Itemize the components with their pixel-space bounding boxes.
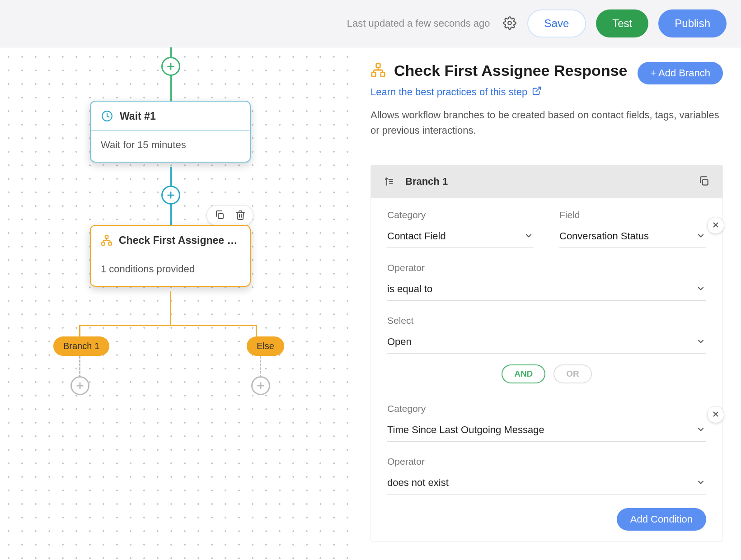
branch-name-label: Branch 1 bbox=[405, 176, 448, 187]
delete-node-button[interactable] bbox=[235, 210, 246, 222]
branch-node-header: Check First Assignee Re… bbox=[91, 226, 250, 255]
add-step-button-mid[interactable] bbox=[161, 186, 180, 205]
field-label: Field bbox=[559, 210, 706, 220]
category-dropdown[interactable]: Time Since Last Outgoing Message bbox=[387, 420, 706, 442]
add-step-button-top[interactable] bbox=[161, 57, 180, 76]
select-dropdown[interactable]: Open bbox=[387, 332, 706, 354]
field-dropdown[interactable]: Conversation Status bbox=[559, 227, 706, 248]
branch-fork-lines bbox=[79, 291, 257, 327]
plus-icon bbox=[256, 381, 266, 391]
divider bbox=[370, 152, 723, 152]
test-button[interactable]: Test bbox=[596, 9, 648, 37]
add-condition-row: Add Condition bbox=[371, 499, 722, 541]
and-chip[interactable]: AND bbox=[502, 364, 545, 383]
gear-icon bbox=[503, 16, 516, 31]
wait-node-title: Wait #1 bbox=[120, 110, 156, 122]
last-updated-text: Last updated a few seconds ago bbox=[347, 18, 490, 29]
step-config-panel: Check First Assignee Response Learn the … bbox=[352, 47, 741, 560]
chevron-down-icon bbox=[524, 231, 533, 243]
condition-1: Category Contact Field Field Conversatio… bbox=[371, 198, 722, 401]
select-value: Open bbox=[387, 336, 412, 347]
wait-node[interactable]: Wait #1 Wait for 15 minutes bbox=[90, 101, 251, 163]
operator-value: does not exist bbox=[387, 477, 449, 488]
chevron-down-icon bbox=[696, 478, 705, 490]
svg-line-17 bbox=[536, 87, 540, 92]
operator-label: Operator bbox=[387, 456, 706, 467]
add-condition-button[interactable]: Add Condition bbox=[617, 508, 706, 531]
select-label: Select bbox=[387, 315, 706, 326]
plus-icon bbox=[166, 190, 176, 200]
category-value: Contact Field bbox=[387, 230, 446, 242]
branch-icon bbox=[370, 62, 386, 79]
category-value: Time Since Last Outgoing Message bbox=[387, 424, 544, 435]
close-icon bbox=[712, 221, 720, 230]
settings-button[interactable] bbox=[502, 16, 517, 31]
plus-icon bbox=[166, 61, 176, 71]
wait-node-header: Wait #1 bbox=[91, 102, 250, 131]
learn-best-practices-link[interactable]: Learn the best practices of this step bbox=[370, 86, 542, 98]
panel-description: Allows workflow branches to be created b… bbox=[370, 107, 723, 138]
operator-dropdown[interactable]: is equal to bbox=[387, 280, 706, 301]
operator-dropdown[interactable]: does not exist bbox=[387, 473, 706, 495]
branch-icon bbox=[101, 234, 113, 247]
copy-icon bbox=[214, 210, 225, 222]
svg-rect-6 bbox=[218, 214, 223, 219]
close-icon bbox=[712, 410, 720, 420]
duplicate-branch-button[interactable] bbox=[698, 175, 710, 188]
plus-icon bbox=[75, 381, 85, 391]
node-floating-toolbar bbox=[206, 205, 253, 226]
operator-value: is equal to bbox=[387, 283, 432, 294]
panel-header: Check First Assignee Response Learn the … bbox=[370, 62, 723, 98]
wait-node-body: Wait for 15 minutes bbox=[91, 131, 250, 162]
field-value: Conversation Status bbox=[559, 230, 649, 242]
svg-point-0 bbox=[508, 21, 511, 25]
chevron-down-icon bbox=[696, 425, 705, 437]
svg-rect-21 bbox=[703, 179, 708, 185]
logic-operator-group: AND OR bbox=[387, 364, 706, 383]
learn-link-text: Learn the best practices of this step bbox=[370, 86, 527, 98]
operator-label: Operator bbox=[387, 262, 706, 273]
workflow-canvas[interactable]: Wait #1 Wait for 15 minutes bbox=[0, 47, 352, 560]
reorder-icon[interactable] bbox=[384, 176, 394, 187]
branch-pill-branch1[interactable]: Branch 1 bbox=[53, 336, 109, 356]
branch-node-title: Check First Assignee Re… bbox=[119, 234, 240, 247]
chevron-down-icon bbox=[696, 284, 705, 296]
panel-title: Check First Assignee Response bbox=[394, 62, 627, 79]
condition-2: Category Time Since Last Outgoing Messag… bbox=[371, 401, 722, 499]
chevron-down-icon bbox=[696, 337, 705, 349]
branch-node[interactable]: Check First Assignee Re… 1 conditions pr… bbox=[90, 225, 251, 287]
remove-condition-button[interactable] bbox=[707, 406, 724, 423]
duplicate-node-button[interactable] bbox=[214, 210, 225, 222]
top-toolbar: Last updated a few seconds ago Save Test… bbox=[0, 0, 741, 47]
remove-condition-button[interactable] bbox=[707, 217, 724, 234]
publish-button[interactable]: Publish bbox=[658, 9, 727, 37]
branch-node-body: 1 conditions provided bbox=[91, 255, 250, 286]
connector-dashed bbox=[79, 356, 80, 378]
category-dropdown[interactable]: Contact Field bbox=[387, 227, 534, 248]
copy-icon bbox=[698, 175, 710, 188]
or-chip[interactable]: OR bbox=[553, 364, 592, 383]
category-label: Category bbox=[387, 210, 534, 220]
branch-config-box: Branch 1 Category bbox=[370, 165, 723, 542]
category-label: Category bbox=[387, 403, 706, 414]
main-layout: Wait #1 Wait for 15 minutes bbox=[0, 47, 741, 560]
connector-dashed bbox=[260, 356, 261, 378]
chevron-down-icon bbox=[696, 231, 705, 243]
add-step-button-else[interactable] bbox=[251, 376, 270, 395]
branch-header-row: Branch 1 bbox=[371, 165, 722, 198]
save-button[interactable]: Save bbox=[527, 9, 586, 37]
trash-icon bbox=[235, 210, 246, 222]
external-link-icon bbox=[532, 86, 542, 98]
clock-icon bbox=[101, 110, 113, 122]
add-step-button-branch1[interactable] bbox=[70, 376, 89, 395]
add-branch-button[interactable]: + Add Branch bbox=[638, 62, 723, 84]
branch-pill-else[interactable]: Else bbox=[247, 336, 284, 356]
